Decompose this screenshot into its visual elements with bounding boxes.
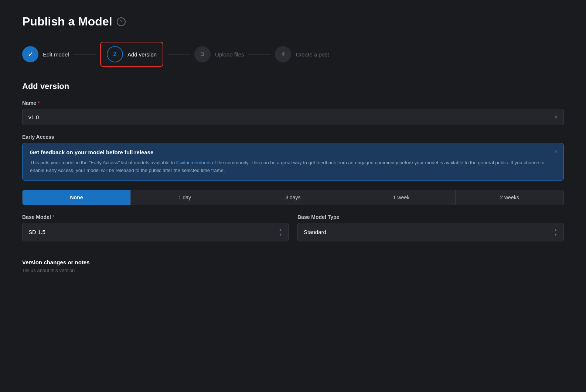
name-label-text: Name — [22, 100, 36, 106]
step-4-number: 4 — [282, 51, 285, 58]
step-2-circle: 2 — [107, 46, 123, 62]
duration-3days-button[interactable]: 3 days — [239, 190, 347, 205]
stepper: ✓ Edit model 2 Add version 3 Upload file… — [22, 42, 564, 67]
duration-group: None 1 day 3 days 1 week 2 weeks — [22, 190, 564, 205]
early-access-text-prefix: This puts your model in the "Early Acces… — [30, 160, 176, 165]
version-notes-hint: Tell us about this version — [22, 268, 564, 273]
step-3-number: 3 — [201, 51, 204, 58]
base-model-arrows: ▲ ▼ — [279, 228, 282, 237]
base-model-type-label: Base Model Type — [297, 214, 564, 220]
step-connector-3 — [248, 54, 270, 55]
step-4-circle: 4 — [275, 46, 291, 62]
duration-none-button[interactable]: None — [23, 190, 131, 205]
help-icon[interactable]: ? — [117, 17, 126, 26]
name-required-star: * — [38, 100, 40, 106]
step-connector-2 — [168, 54, 190, 55]
early-access-label-text: Early Access — [22, 134, 54, 140]
step-4-label: Create a post — [296, 51, 329, 58]
base-model-required-star: * — [52, 214, 54, 220]
step-connector-1 — [74, 54, 96, 55]
early-access-label: Early Access — [22, 134, 564, 140]
name-input-wrapper: × — [22, 109, 564, 125]
version-notes-group: Version changes or notes Tell us about t… — [22, 259, 564, 273]
base-model-type-value: Standard — [304, 229, 326, 235]
version-notes-label: Version changes or notes — [22, 259, 564, 265]
base-model-select[interactable]: SD 1.5 ▲ ▼ — [22, 223, 289, 241]
early-access-civitai-link[interactable]: Civitai members — [176, 160, 211, 165]
step-1: ✓ Edit model — [22, 46, 69, 62]
base-model-label-text: Base Model — [22, 214, 51, 220]
step-3-circle: 3 — [194, 46, 211, 62]
base-model-row: Base Model * SD 1.5 ▲ ▼ Base Model Type … — [22, 214, 564, 250]
name-clear-button[interactable]: × — [554, 114, 558, 120]
base-model-group: Base Model * SD 1.5 ▲ ▼ — [22, 214, 289, 241]
base-model-type-select[interactable]: Standard ▲ ▼ — [297, 223, 564, 241]
step-2-active-box: 2 Add version — [100, 42, 163, 67]
page-title: Publish a Model — [22, 15, 112, 28]
step-4: 4 Create a post — [275, 46, 329, 62]
step-2-wrapper: 2 Add version — [100, 42, 194, 67]
step-1-wrapper: ✓ Edit model — [22, 46, 100, 62]
step-3-label: Upload files — [215, 51, 244, 58]
step-3-wrapper: 3 Upload files — [194, 46, 275, 62]
type-arrow-down-icon: ▼ — [554, 233, 558, 237]
type-arrow-up-icon: ▲ — [554, 228, 558, 232]
name-label: Name * — [22, 100, 564, 106]
add-version-heading: Add version — [22, 82, 564, 91]
duration-1week-button[interactable]: 1 week — [347, 190, 456, 205]
early-access-info-box: Get feedback on your model before full r… — [22, 143, 564, 181]
step-2-label: Add version — [127, 51, 157, 58]
arrow-down-icon: ▼ — [279, 233, 282, 237]
step-1-label: Edit model — [43, 51, 69, 58]
base-model-value: SD 1.5 — [28, 229, 45, 235]
early-access-info-text: This puts your model in the "Early Acces… — [30, 159, 556, 175]
step-1-circle: ✓ — [22, 46, 38, 62]
step-4-wrapper: 4 Create a post — [275, 46, 329, 62]
arrow-up-icon: ▲ — [279, 228, 282, 232]
duration-2weeks-button[interactable]: 2 weeks — [456, 190, 563, 205]
step-2-number: 2 — [113, 51, 116, 58]
step-1-checkmark: ✓ — [28, 51, 33, 58]
step-2: 2 Add version — [107, 46, 157, 62]
name-input[interactable] — [28, 114, 554, 120]
name-form-group: Name * × — [22, 100, 564, 125]
early-access-info-title: Get feedback on your model before full r… — [30, 149, 556, 155]
duration-1day-button[interactable]: 1 day — [131, 190, 239, 205]
base-model-label: Base Model * — [22, 214, 289, 220]
base-model-type-label-text: Base Model Type — [297, 214, 339, 220]
base-model-type-arrows: ▲ ▼ — [554, 228, 558, 237]
early-access-close-button[interactable]: × — [554, 148, 558, 155]
step-3: 3 Upload files — [194, 46, 244, 62]
base-model-type-group: Base Model Type Standard ▲ ▼ — [297, 214, 564, 241]
early-access-form-group: Early Access Get feedback on your model … — [22, 134, 564, 181]
